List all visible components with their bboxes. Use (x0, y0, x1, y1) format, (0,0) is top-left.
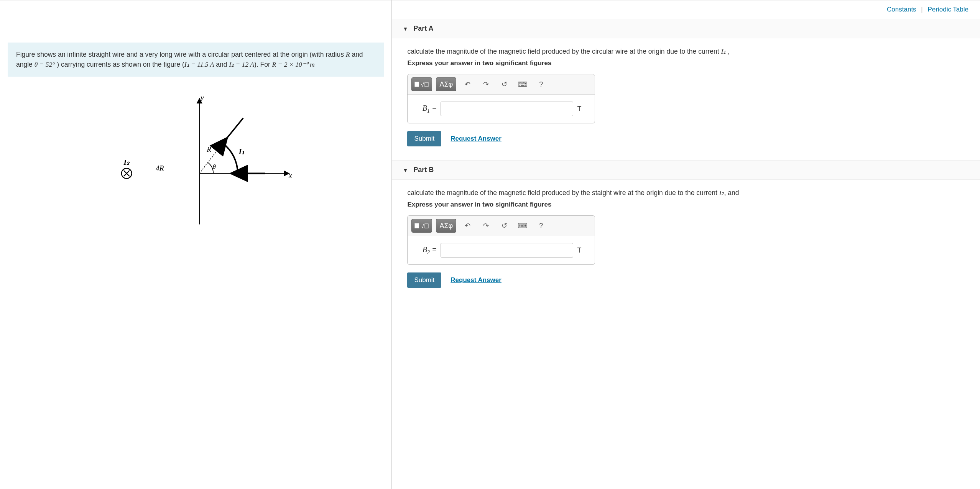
svg-text:y: y (200, 93, 204, 101)
constants-link[interactable]: Constants (887, 6, 916, 13)
part-b-body: calculate the magnitude of the magnetic … (392, 180, 980, 302)
answer-row: B2 = T (408, 236, 595, 264)
answer-label: B1 = (414, 104, 437, 114)
keyboard-icon[interactable]: ⌨ (515, 77, 530, 91)
problem-text-segment: ) carrying currents as shown on the figu… (55, 61, 184, 68)
svg-rect-21 (425, 224, 428, 228)
var-I2: I₂ = 12 A (229, 61, 254, 68)
reset-icon[interactable]: ↺ (497, 219, 511, 233)
svg-text:I₁: I₁ (238, 148, 245, 156)
redo-icon[interactable]: ↷ (478, 219, 493, 233)
answer-input-b2[interactable] (441, 243, 573, 258)
problem-statement-box: Figure shows an infinite straight wire a… (8, 43, 384, 77)
var-R: R (346, 51, 350, 58)
var-I1: I₁ = 11.5 A (184, 61, 214, 68)
part-a-prompt: calculate the magnitude of the magnetic … (407, 48, 965, 56)
equation-toolbar: √ ΑΣφ ↶ ↷ ↺ ⌨ ? (408, 216, 595, 236)
svg-text:I₂: I₂ (123, 158, 130, 166)
svg-text:√: √ (421, 223, 424, 229)
svg-rect-19 (415, 223, 419, 228)
svg-text:√: √ (421, 82, 424, 88)
template-button[interactable]: √ (411, 219, 432, 233)
part-a-answer-panel: √ ΑΣφ ↶ ↷ ↺ ⌨ ? B1 = T (407, 74, 595, 123)
problem-text-segment: Figure shows an infinite straight wire a… (16, 51, 346, 58)
periodic-table-link[interactable]: Periodic Table (928, 6, 968, 13)
part-a-title: Part A (413, 25, 433, 33)
part-b-prompt: calculate the magnitude of the magnetic … (407, 189, 965, 197)
top-links: Constants | Periodic Table (392, 0, 980, 19)
help-icon[interactable]: ? (534, 219, 548, 233)
svg-text:x: x (288, 171, 292, 179)
redo-icon[interactable]: ↷ (478, 77, 493, 91)
link-separator: | (921, 6, 922, 13)
answer-input-b1[interactable] (441, 102, 573, 116)
prompt-var: I₁ (721, 48, 726, 55)
problem-text-segment: ). For (254, 61, 272, 68)
part-a-header[interactable]: ▼ Part A (392, 19, 980, 38)
help-icon[interactable]: ? (534, 77, 548, 91)
prompt-text: , and (724, 189, 739, 197)
part-b-title: Part B (413, 166, 434, 174)
prompt-text: , (726, 48, 730, 55)
prompt-text: calculate the magnitude of the magnetic … (407, 189, 719, 197)
svg-rect-16 (415, 82, 419, 87)
answer-unit: T (577, 246, 589, 254)
svg-text:R: R (206, 145, 211, 153)
answer-unit: T (577, 105, 589, 113)
figure-box: y x I₂ 4R R θ I₁ (8, 82, 384, 244)
right-column: Constants | Periodic Table ▼ Part A calc… (392, 0, 980, 489)
request-answer-link[interactable]: Request Answer (451, 276, 502, 284)
undo-icon[interactable]: ↶ (460, 77, 475, 91)
keyboard-icon[interactable]: ⌨ (515, 219, 530, 233)
var-theta: θ = 52° (35, 61, 55, 68)
greek-button[interactable]: ΑΣφ (436, 77, 456, 91)
part-a-instruction: Express your answer in two significant f… (407, 59, 965, 67)
greek-button[interactable]: ΑΣφ (436, 219, 456, 233)
answer-row: B1 = T (408, 95, 595, 123)
collapse-icon: ▼ (403, 167, 408, 173)
equation-toolbar: √ ΑΣφ ↶ ↷ ↺ ⌨ ? (408, 74, 595, 95)
collapse-icon: ▼ (403, 26, 408, 32)
request-answer-link[interactable]: Request Answer (451, 135, 502, 143)
prompt-text: calculate the magnitude of the magnetic … (407, 48, 721, 55)
problem-text: Figure shows an infinite straight wire a… (16, 49, 375, 70)
main-container: Figure shows an infinite straight wire a… (0, 0, 980, 489)
figure-svg: y x I₂ 4R R θ I₁ (15, 90, 376, 235)
template-button[interactable]: √ (411, 77, 432, 91)
submit-row: Submit Request Answer (407, 131, 965, 146)
prompt-var: I₂ (719, 189, 724, 197)
part-b-header[interactable]: ▼ Part B (392, 160, 980, 180)
var-Req: R = 2 × 10⁻⁴ m (272, 61, 315, 68)
undo-icon[interactable]: ↶ (460, 219, 475, 233)
answer-label: B2 = (414, 245, 437, 256)
left-column: Figure shows an infinite straight wire a… (0, 0, 392, 489)
part-a-body: calculate the magnitude of the magnetic … (392, 38, 980, 160)
svg-text:θ: θ (212, 163, 215, 171)
svg-line-11 (223, 118, 243, 143)
submit-row: Submit Request Answer (407, 272, 965, 288)
problem-text-segment: and (214, 61, 229, 68)
submit-button[interactable]: Submit (407, 272, 441, 288)
submit-button[interactable]: Submit (407, 131, 441, 146)
reset-icon[interactable]: ↺ (497, 77, 511, 91)
part-b-answer-panel: √ ΑΣφ ↶ ↷ ↺ ⌨ ? B2 = T (407, 215, 595, 265)
part-b-instruction: Express your answer in two significant f… (407, 201, 965, 208)
svg-rect-18 (425, 82, 428, 87)
svg-text:4R: 4R (156, 164, 164, 172)
